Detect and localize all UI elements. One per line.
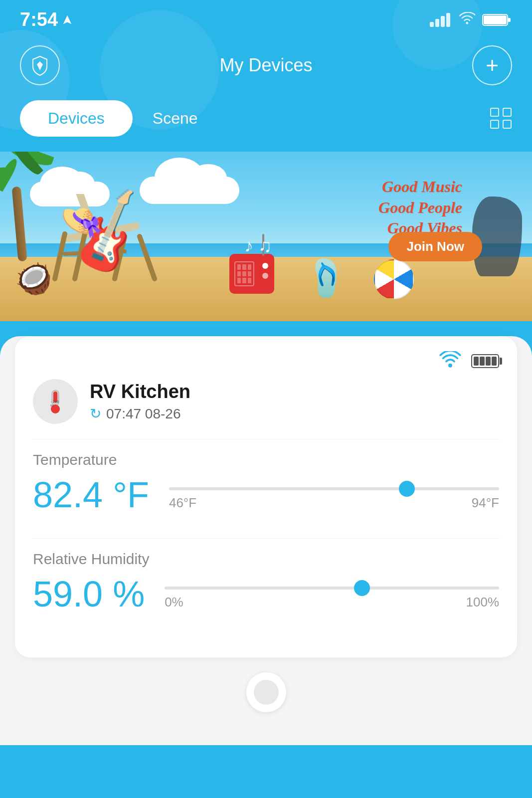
device-name: RV Kitchen bbox=[90, 381, 190, 402]
svg-rect-2 bbox=[508, 18, 511, 22]
svg-rect-3 bbox=[484, 15, 507, 24]
humidity-max-label: 100% bbox=[466, 595, 500, 610]
join-now-button[interactable]: Join Now bbox=[388, 232, 482, 261]
humidity-labels: 0% 100% bbox=[165, 595, 499, 610]
device-last-updated: 07:47 08-26 bbox=[106, 406, 180, 422]
device-info-row: -100 88 RV Kitchen ↻ 07:47 08-26 bbox=[33, 379, 499, 424]
location-arrow-icon bbox=[62, 14, 73, 25]
temp-thumb[interactable] bbox=[399, 481, 415, 497]
temp-max-label: 94°F bbox=[472, 495, 499, 511]
logo-button[interactable] bbox=[20, 45, 60, 85]
banner-text-line-1: Good Music bbox=[378, 177, 462, 198]
svg-text:-100: -100 bbox=[50, 400, 59, 404]
header-title: My Devices bbox=[219, 55, 312, 76]
status-bar: 7:54 bbox=[0, 0, 532, 35]
banner-text-line-2: Good People bbox=[378, 198, 462, 218]
divider-2 bbox=[33, 538, 499, 539]
rock-silhouette bbox=[472, 197, 522, 276]
wifi-status-icon bbox=[457, 12, 475, 28]
humidity-value: 59.0 % bbox=[33, 574, 145, 614]
humidity-track bbox=[165, 587, 499, 590]
main-content: -100 88 RV Kitchen ↻ 07:47 08-26 Tempera… bbox=[0, 336, 532, 745]
humidity-min-label: 0% bbox=[165, 595, 183, 610]
scroll-indicator bbox=[0, 667, 532, 712]
header: My Devices + bbox=[0, 35, 532, 100]
temp-track bbox=[169, 487, 499, 490]
grid-view-icon[interactable] bbox=[490, 108, 512, 130]
svg-point-12 bbox=[448, 364, 452, 368]
divider-1 bbox=[33, 439, 499, 439]
promotional-banner: 🎸 👒 🥥 ♪ ♫ 🩴 Good Music Good Peopl bbox=[0, 152, 532, 321]
humidity-label: Relative Humidity bbox=[33, 551, 499, 568]
battery-status-icon bbox=[482, 13, 512, 27]
svg-text:88: 88 bbox=[50, 404, 53, 407]
tabs-bar: Devices Scene bbox=[0, 100, 532, 152]
humidity-section: Relative Humidity 59.0 % 0% 100% bbox=[33, 551, 499, 622]
temperature-section: Temperature 82.4 °F 46°F 94°F bbox=[33, 451, 499, 523]
tab-devices[interactable]: Devices bbox=[20, 100, 133, 137]
temp-min-label: 46°F bbox=[169, 495, 196, 511]
coconut-icon: 🥥 bbox=[15, 261, 52, 296]
palm-tree bbox=[0, 152, 50, 261]
device-details: RV Kitchen ↻ 07:47 08-26 bbox=[90, 381, 190, 422]
flipflop-icon: 🩴 bbox=[304, 257, 349, 299]
refresh-icon[interactable]: ↻ bbox=[90, 405, 101, 422]
device-header-icons bbox=[33, 351, 499, 371]
temperature-label: Temperature bbox=[33, 451, 499, 468]
device-thumbnail: -100 88 bbox=[33, 379, 78, 424]
humidity-slider: 0% 100% bbox=[165, 587, 499, 610]
device-battery-icon bbox=[471, 354, 499, 368]
temp-labels: 46°F 94°F bbox=[169, 495, 499, 511]
bottom-circle bbox=[246, 672, 286, 712]
tab-scene[interactable]: Scene bbox=[143, 100, 208, 137]
bottom-circle-inner bbox=[254, 680, 279, 705]
beach-ball-icon bbox=[374, 259, 414, 299]
radio-icon bbox=[229, 254, 274, 294]
banner-text: Good Music Good People Good Vibes bbox=[378, 177, 462, 239]
status-time: 7:54 bbox=[20, 9, 73, 30]
signal-bars bbox=[430, 13, 450, 27]
temperature-slider: 46°F 94°F bbox=[169, 487, 499, 511]
add-device-button[interactable]: + bbox=[472, 45, 512, 85]
music-notes-icon: ♪ ♫ bbox=[244, 235, 272, 256]
hat-icon: 👒 bbox=[60, 200, 103, 241]
svg-point-0 bbox=[466, 21, 468, 24]
temperature-value: 82.4 °F bbox=[33, 474, 149, 515]
svg-marker-4 bbox=[37, 61, 43, 70]
humidity-thumb[interactable] bbox=[354, 580, 370, 596]
device-card: -100 88 RV Kitchen ↻ 07:47 08-26 Tempera… bbox=[15, 336, 517, 657]
device-wifi-icon bbox=[439, 351, 461, 371]
diamond-shield-icon bbox=[29, 54, 51, 76]
device-time-row: ↻ 07:47 08-26 bbox=[90, 405, 190, 422]
status-icons bbox=[430, 12, 512, 28]
